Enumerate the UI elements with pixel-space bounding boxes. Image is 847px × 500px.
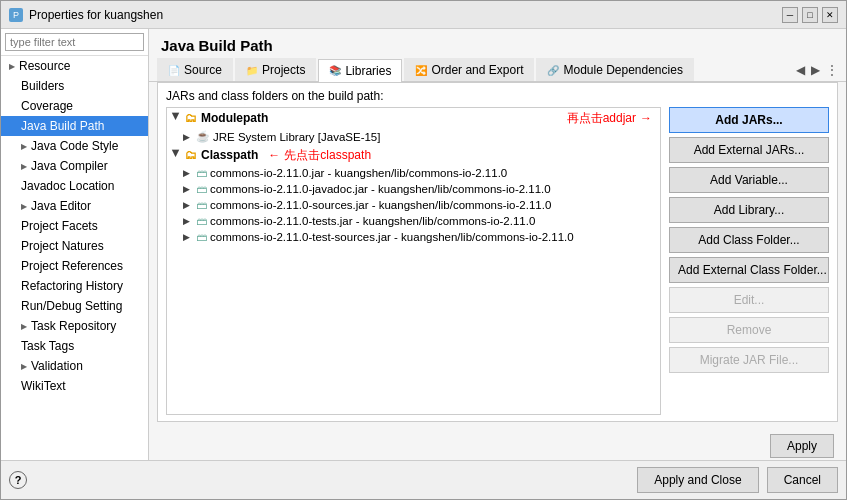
commons-io-test-sources-label: commons-io-2.11.0-test-sources.jar - kua… [210,231,574,243]
commons-io-tests-label: commons-io-2.11.0-tests.jar - kuangshen/… [210,215,535,227]
resource-label: Resource [19,59,70,73]
add-external-class-folder-button[interactable]: Add External Class Folder... [669,257,829,283]
commons-io-test-sources-item[interactable]: ▶ 🗃 commons-io-2.11.0-test-sources.jar -… [167,229,660,245]
modulepath-arrow: ▶ [171,113,181,123]
commons-io-javadoc-item[interactable]: ▶ 🗃 commons-io-2.11.0-javadoc.jar - kuan… [167,181,660,197]
sidebar-item-refactoring-history[interactable]: Refactoring History [1,276,148,296]
tab-menu-icon[interactable]: ⋮ [826,63,838,77]
sidebar-item-validation[interactable]: Validation [1,356,148,376]
sidebar-item-java-build-path[interactable]: Java Build Path [1,116,148,136]
coverage-label: Coverage [21,99,73,113]
module-dep-tab-label: Module Dependencies [563,63,682,77]
sidebar-item-javadoc-location[interactable]: Javadoc Location [1,176,148,196]
tab-back-icon[interactable]: ◀ [796,63,805,77]
task-repository-label: Task Repository [31,319,116,333]
wikitext-label: WikiText [21,379,66,393]
commons-io-jar-item[interactable]: ▶ 🗃 commons-io-2.11.0.jar - kuangshen/li… [167,165,660,181]
annotation-addjar-arrow: → [640,111,652,125]
sidebar-item-run-debug[interactable]: Run/Debug Setting [1,296,148,316]
sidebar-item-java-compiler[interactable]: Java Compiler [1,156,148,176]
title-controls: ─ □ ✕ [782,7,838,23]
classpath-annotation-text: 先点击classpath [284,147,371,164]
window-body: Resource Builders Coverage Java Build Pa… [1,29,846,460]
title-bar: P Properties for kuangshen ─ □ ✕ [1,1,846,29]
libraries-tab-label: Libraries [345,64,391,78]
source-tab-icon: 📄 [168,65,180,76]
java-build-path-label: Java Build Path [21,119,104,133]
jre-icon: ☕ [196,130,210,143]
sidebar-item-java-editor[interactable]: Java Editor [1,196,148,216]
task-tags-label: Task Tags [21,339,74,353]
builders-label: Builders [21,79,64,93]
sidebar-nav: Resource Builders Coverage Java Build Pa… [1,56,148,460]
commons-io-test-sources-icon: 🗃 [196,231,207,243]
edit-button[interactable]: Edit... [669,287,829,313]
filter-input[interactable] [5,33,144,51]
add-variable-button[interactable]: Add Variable... [669,167,829,193]
sidebar-item-builders[interactable]: Builders [1,76,148,96]
annotation-addjar-text: 再点击addjar [567,110,636,127]
classpath-annotation-arrow: ← [268,148,280,162]
content-label: JARs and class folders on the build path… [166,89,829,103]
commons-io-javadoc-arrow: ▶ [183,184,193,194]
project-facets-label: Project Facets [21,219,98,233]
apply-button[interactable]: Apply [770,434,834,458]
cancel-button[interactable]: Cancel [767,467,838,493]
sidebar-item-resource[interactable]: Resource [1,56,148,76]
commons-io-icon: 🗃 [196,167,207,179]
add-external-jars-button[interactable]: Add External JARs... [669,137,829,163]
commons-io-sources-label: commons-io-2.11.0-sources.jar - kuangshe… [210,199,551,211]
commons-io-jar-label: commons-io-2.11.0.jar - kuangshen/lib/co… [210,167,507,179]
filter-box [1,29,148,56]
commons-io-arrow: ▶ [183,168,193,178]
tab-order-export[interactable]: 🔀 Order and Export [404,58,534,81]
tab-projects[interactable]: 📁 Projects [235,58,316,81]
classpath-row: ▶ 🗂 Classpath ← 先点击classpath [167,145,660,165]
title-bar-left: P Properties for kuangshen [9,8,163,22]
commons-io-tests-item[interactable]: ▶ 🗃 commons-io-2.11.0-tests.jar - kuangs… [167,213,660,229]
commons-io-tests-icon: 🗃 [196,215,207,227]
jre-system-library-item[interactable]: ▶ ☕ JRE System Library [JavaSE-15] [167,128,660,145]
window-title: Properties for kuangshen [29,8,163,22]
page-title: Java Build Path [149,29,846,58]
source-tab-label: Source [184,63,222,77]
tab-forward-icon[interactable]: ▶ [811,63,820,77]
maximize-button[interactable]: □ [802,7,818,23]
sidebar-item-java-code-style[interactable]: Java Code Style [1,136,148,156]
sidebar-item-task-repository[interactable]: Task Repository [1,316,148,336]
tab-module-dependencies[interactable]: 🔗 Module Dependencies [536,58,693,81]
sidebar-item-project-natures[interactable]: Project Natures [1,236,148,256]
commons-io-tests-arrow: ▶ [183,216,193,226]
commons-io-javadoc-icon: 🗃 [196,183,207,195]
migrate-jar-button[interactable]: Migrate JAR File... [669,347,829,373]
classpath-icon: 🗂 [185,148,197,162]
tab-libraries[interactable]: 📚 Libraries [318,59,402,82]
apply-and-close-button[interactable]: Apply and Close [637,467,758,493]
help-button[interactable]: ? [9,471,27,489]
sidebar-item-wikitext[interactable]: WikiText [1,376,148,396]
commons-io-sources-arrow: ▶ [183,200,193,210]
sidebar-item-task-tags[interactable]: Task Tags [1,336,148,356]
window-icon: P [9,8,23,22]
sidebar-item-coverage[interactable]: Coverage [1,96,148,116]
modulepath-row: ▶ 🗂 Modulepath 再点击addjar → [167,108,660,128]
sidebar-item-project-facets[interactable]: Project Facets [1,216,148,236]
apply-area: Apply [149,430,846,460]
minimize-button[interactable]: ─ [782,7,798,23]
tab-nav-arrows: ◀ ▶ ⋮ [796,63,838,77]
add-class-folder-button[interactable]: Add Class Folder... [669,227,829,253]
classpath-folder[interactable]: ▶ 🗂 Classpath [167,145,262,165]
sidebar-item-project-references[interactable]: Project References [1,256,148,276]
validation-label: Validation [31,359,83,373]
remove-button[interactable]: Remove [669,317,829,343]
modulepath-folder[interactable]: ▶ 🗂 Modulepath [167,108,567,128]
add-library-button[interactable]: Add Library... [669,197,829,223]
add-jars-button[interactable]: Add JARs... [669,107,829,133]
main-content: Java Build Path 📄 Source 📁 Projects 📚 Li… [149,29,846,460]
close-button[interactable]: ✕ [822,7,838,23]
commons-io-sources-item[interactable]: ▶ 🗃 commons-io-2.11.0-sources.jar - kuan… [167,197,660,213]
commons-io-test-sources-arrow: ▶ [183,232,193,242]
tab-source[interactable]: 📄 Source [157,58,233,81]
footer-bar: ? Apply and Close Cancel [1,460,846,499]
java-editor-label: Java Editor [31,199,91,213]
